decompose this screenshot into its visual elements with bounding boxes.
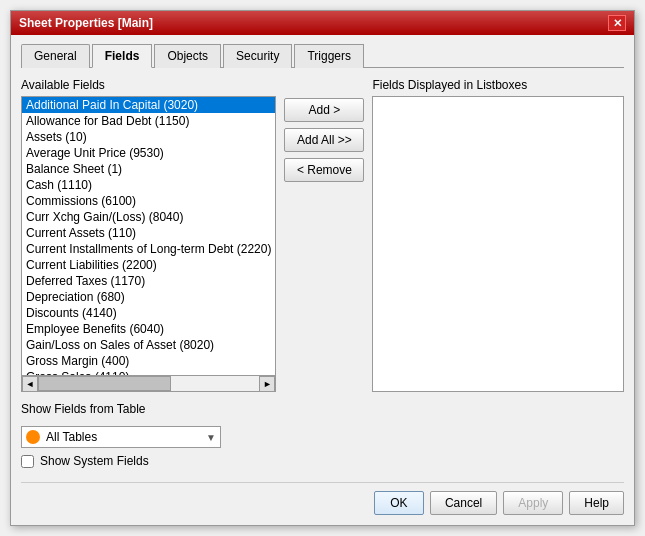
list-item[interactable]: Gain/Loss on Sales of Asset (8020) — [22, 337, 275, 353]
main-window: Sheet Properties [Main] ✕ General Fields… — [10, 10, 635, 526]
close-button[interactable]: ✕ — [608, 15, 626, 31]
show-fields-row: Show Fields from Table — [21, 402, 624, 420]
available-fields-list[interactable]: Additional Paid In Capital (3020)Allowan… — [21, 96, 276, 376]
show-fields-label: Show Fields from Table — [21, 402, 146, 416]
list-item[interactable]: Current Installments of Long-term Debt (… — [22, 241, 275, 257]
dropdown-row: All Tables ▼ — [21, 426, 624, 448]
list-item[interactable]: Employee Benefits (6040) — [22, 321, 275, 337]
list-item[interactable]: Deferred Taxes (1170) — [22, 273, 275, 289]
displayed-fields-panel: Fields Displayed in Listboxes — [372, 78, 624, 392]
tab-fields[interactable]: Fields — [92, 44, 153, 68]
show-system-fields-label: Show System Fields — [40, 454, 149, 468]
footer-buttons: OK Cancel Apply Help — [21, 482, 624, 515]
list-item[interactable]: Commissions (6100) — [22, 193, 275, 209]
show-fields-section: Show Fields from Table All Tables ▼ Show… — [21, 402, 624, 468]
cancel-button[interactable]: Cancel — [430, 491, 497, 515]
scroll-track[interactable] — [38, 376, 259, 391]
displayed-fields-label: Fields Displayed in Listboxes — [372, 78, 624, 92]
list-item[interactable]: Gross Margin (400) — [22, 353, 275, 369]
scroll-right-btn[interactable]: ► — [259, 376, 275, 392]
list-item[interactable]: Cash (1110) — [22, 177, 275, 193]
dropdown-arrow-icon: ▼ — [206, 432, 216, 443]
tab-security[interactable]: Security — [223, 44, 292, 68]
tab-objects[interactable]: Objects — [154, 44, 221, 68]
list-item[interactable]: Average Unit Price (9530) — [22, 145, 275, 161]
list-item[interactable]: Current Assets (110) — [22, 225, 275, 241]
available-fields-label: Available Fields — [21, 78, 276, 92]
list-item[interactable]: Discounts (4140) — [22, 305, 275, 321]
apply-button[interactable]: Apply — [503, 491, 563, 515]
window-title: Sheet Properties [Main] — [19, 16, 153, 30]
horizontal-scrollbar[interactable]: ◄ ► — [21, 376, 276, 392]
add-all-button[interactable]: Add All >> — [284, 128, 364, 152]
scroll-thumb[interactable] — [38, 376, 171, 391]
dropdown-value: All Tables — [46, 430, 206, 444]
list-item[interactable]: Additional Paid In Capital (3020) — [22, 97, 275, 113]
tab-triggers[interactable]: Triggers — [294, 44, 364, 68]
list-item[interactable]: Current Liabilities (2200) — [22, 257, 275, 273]
help-button[interactable]: Help — [569, 491, 624, 515]
list-item[interactable]: Balance Sheet (1) — [22, 161, 275, 177]
system-fields-row: Show System Fields — [21, 454, 624, 468]
show-system-fields-checkbox[interactable] — [21, 455, 34, 468]
tab-general[interactable]: General — [21, 44, 90, 68]
list-item[interactable]: Curr Xchg Gain/(Loss) (8040) — [22, 209, 275, 225]
fields-tab-content: Available Fields Additional Paid In Capi… — [21, 78, 624, 392]
scroll-left-btn[interactable]: ◄ — [22, 376, 38, 392]
table-dropdown[interactable]: All Tables ▼ — [21, 426, 221, 448]
displayed-fields-list[interactable] — [372, 96, 624, 392]
list-item[interactable]: Depreciation (680) — [22, 289, 275, 305]
available-fields-panel: Available Fields Additional Paid In Capi… — [21, 78, 276, 392]
list-item[interactable]: Gross Sales (4110) — [22, 369, 275, 376]
list-item[interactable]: Assets (10) — [22, 129, 275, 145]
title-bar: Sheet Properties [Main] ✕ — [11, 11, 634, 35]
add-button[interactable]: Add > — [284, 98, 364, 122]
content-area: General Fields Objects Security Triggers… — [11, 35, 634, 525]
list-item[interactable]: Allowance for Bad Debt (1150) — [22, 113, 275, 129]
remove-button[interactable]: < Remove — [284, 158, 364, 182]
tab-bar: General Fields Objects Security Triggers — [21, 43, 624, 68]
transfer-buttons: Add > Add All >> < Remove — [284, 78, 364, 392]
ok-button[interactable]: OK — [374, 491, 424, 515]
table-icon — [26, 430, 40, 444]
